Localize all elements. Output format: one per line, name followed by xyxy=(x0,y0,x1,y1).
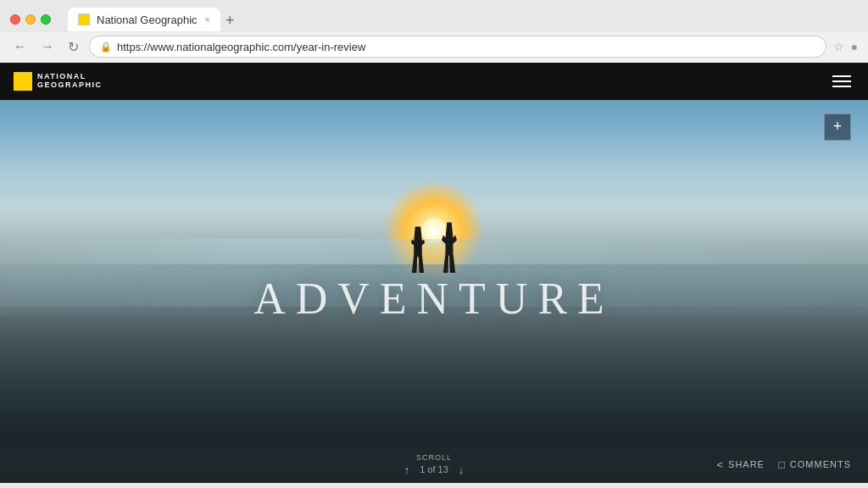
share-button[interactable]: < SHARE xyxy=(716,458,765,471)
hero-title: ADVENTURE xyxy=(253,274,615,324)
comments-button[interactable]: □ COMMENTS xyxy=(778,458,851,471)
plus-button[interactable]: + xyxy=(824,114,851,141)
website-content: NATIONAL GEOGRAPHIC A xyxy=(0,63,868,483)
natgeo-name-line2: GEOGRAPHIC xyxy=(37,81,103,90)
bottom-right: < SHARE □ COMMENTS xyxy=(716,458,851,471)
person-silhouette-2 xyxy=(442,222,457,273)
silhouettes xyxy=(411,222,457,273)
share-icon: < xyxy=(716,458,724,471)
scroll-arrows: ↑ 1 of 13 ↓ xyxy=(404,463,465,476)
maximize-window-button[interactable] xyxy=(41,14,51,25)
hero-background: ADVENTURE + Scroll ↑ 1 of 13 ↓ < xyxy=(0,63,868,483)
tab-title: National Geographic xyxy=(97,14,198,26)
scroll-up-button[interactable]: ↑ xyxy=(404,463,410,476)
comments-label: COMMENTS xyxy=(790,459,851,469)
url-text: https://www.nationalgeographic.com/year-… xyxy=(117,41,815,53)
hamburger-menu-button[interactable] xyxy=(829,72,854,91)
natgeo-logo[interactable]: NATIONAL GEOGRAPHIC xyxy=(14,72,103,91)
address-bar[interactable]: 🔒 https://www.nationalgeographic.com/yea… xyxy=(89,36,826,58)
scroll-down-button[interactable]: ↓ xyxy=(459,463,465,476)
page-indicator: 1 of 13 xyxy=(420,464,448,474)
scroll-indicator: Scroll ↑ 1 of 13 ↓ xyxy=(404,453,465,476)
forward-button[interactable]: → xyxy=(37,37,58,56)
hero-image: ADVENTURE + Scroll ↑ 1 of 13 ↓ < xyxy=(0,63,868,483)
traffic-lights xyxy=(10,14,51,25)
scroll-label: Scroll xyxy=(416,453,452,462)
back-button[interactable]: ← xyxy=(10,37,31,56)
person-silhouette-1 xyxy=(411,226,425,273)
natgeo-brand-text: NATIONAL GEOGRAPHIC xyxy=(37,73,103,90)
hamburger-line xyxy=(832,86,851,87)
browser-titlebar: National Geographic × + xyxy=(0,0,868,32)
lock-icon: 🔒 xyxy=(100,42,112,53)
hamburger-line xyxy=(832,80,851,82)
reload-button[interactable]: ↻ xyxy=(64,37,82,57)
close-window-button[interactable] xyxy=(10,14,20,25)
natgeo-yellow-icon xyxy=(14,72,32,91)
bottom-bar: Scroll ↑ 1 of 13 ↓ < SHARE □ COMMENTS xyxy=(0,446,868,483)
browser-addressbar: ← → ↻ 🔒 https://www.nationalgeographic.c… xyxy=(0,32,868,63)
profile-button[interactable]: ● xyxy=(851,40,858,53)
browser-chrome: National Geographic × + ← → ↻ 🔒 https://… xyxy=(0,0,868,63)
hamburger-line xyxy=(832,75,851,77)
active-tab[interactable]: National Geographic × xyxy=(68,8,220,31)
tab-bar: National Geographic × + xyxy=(68,8,235,31)
tab-favicon xyxy=(78,14,90,25)
comment-icon: □ xyxy=(778,458,786,471)
tab-close-button[interactable]: × xyxy=(205,14,210,25)
bookmark-button[interactable]: ☆ xyxy=(833,40,844,53)
share-label: SHARE xyxy=(728,459,765,469)
minimize-window-button[interactable] xyxy=(25,14,36,25)
new-tab-button[interactable]: + xyxy=(225,12,235,31)
natgeo-navbar: NATIONAL GEOGRAPHIC xyxy=(0,63,868,100)
